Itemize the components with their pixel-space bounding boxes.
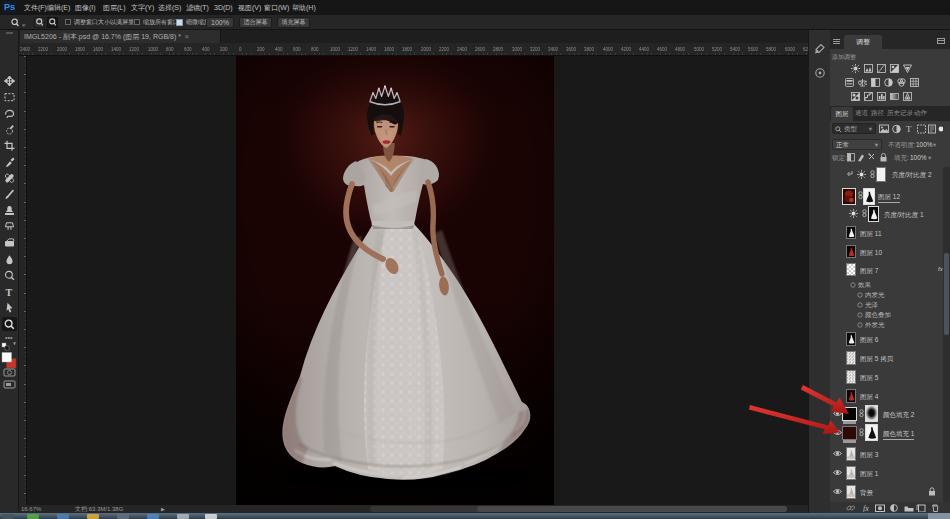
svg-text:fx: fx	[863, 504, 869, 512]
svg-text:T: T	[906, 124, 912, 134]
svg-text:T: T	[6, 287, 13, 298]
